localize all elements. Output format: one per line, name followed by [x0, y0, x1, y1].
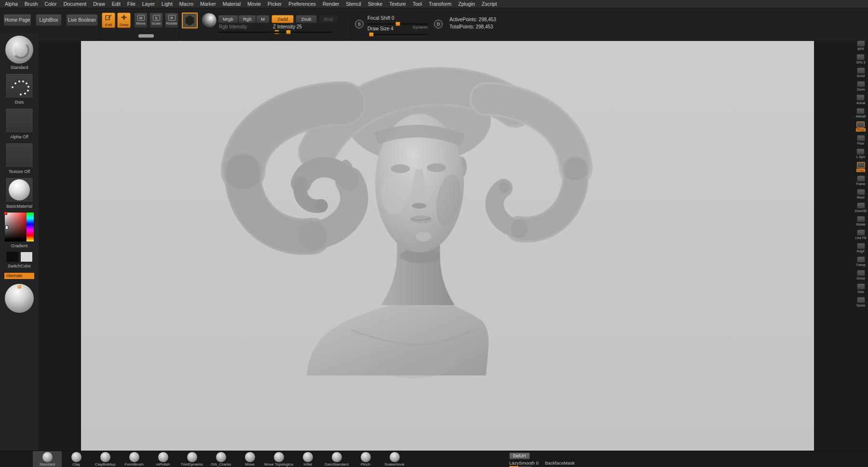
rgb-intensity-slider[interactable] [218, 30, 280, 34]
quick-brush-button[interactable]: TrimDynamic [177, 451, 206, 467]
draw-button[interactable]: Draw [117, 13, 131, 28]
quick-brush-button[interactable]: FormBrush [120, 451, 149, 467]
shelf-button[interactable]: Xpose [856, 297, 865, 307]
menu-item[interactable]: Brush [25, 1, 38, 7]
zsub-button[interactable]: Zsub [296, 15, 317, 23]
menu-item[interactable]: Zscript [482, 1, 497, 7]
current-brush-thumbnail[interactable] [5, 36, 33, 64]
brush-alpha-icon [185, 15, 195, 26]
menu-item[interactable]: Stencil [346, 1, 361, 7]
quick-brush-button[interactable]: DamStandard [322, 451, 351, 467]
rotate-button[interactable]: R Rotate [165, 13, 178, 28]
menu-item[interactable]: Alpha [5, 1, 18, 7]
backface-mask-button[interactable]: BackfaceMask [545, 460, 575, 466]
menu-item[interactable]: Marker [200, 1, 216, 7]
shelf-button[interactable]: Rotate [856, 216, 865, 226]
quick-brush-button[interactable]: SnakeHook [380, 451, 409, 467]
menu-item[interactable]: Color [44, 1, 56, 7]
draw-size-slider[interactable] [367, 32, 428, 37]
menu-item[interactable]: Movie [247, 1, 261, 7]
shelf-button[interactable]: Frame [856, 175, 866, 186]
quick-brush-button[interactable]: ClayBuildup [91, 451, 120, 467]
shelf-button[interactable]: Ghost [856, 270, 865, 280]
deluh-button[interactable]: DelUH [509, 453, 530, 459]
edit-button[interactable]: Edit [102, 13, 115, 28]
shelf-button[interactable]: Scroll [857, 67, 865, 78]
secondary-color-swatch[interactable] [20, 252, 33, 262]
menu-item[interactable]: Tool [413, 1, 422, 7]
shelf-button[interactable]: PolyF [857, 243, 865, 253]
quick-brush-button[interactable]: Inflat [293, 451, 322, 467]
menu-item[interactable]: Preferences [288, 1, 316, 7]
quick-brush-button[interactable]: Orb_Cracks [206, 451, 235, 467]
z-intensity-slider[interactable] [271, 30, 333, 34]
shelf-button[interactable]: Transp [856, 256, 866, 267]
shelf-button[interactable]: Gxyz [856, 162, 866, 172]
menu-item[interactable]: Layer [142, 1, 155, 7]
alternate-button[interactable]: Alternate [4, 273, 34, 279]
quick-brush-button[interactable]: Move [235, 451, 264, 467]
main-color-swatch[interactable] [6, 252, 19, 262]
shelf-button[interactable]: Zoom [857, 81, 865, 91]
shelf-button[interactable]: Actual [856, 94, 865, 105]
current-brush-preview[interactable] [182, 13, 198, 28]
shelf-button[interactable]: BPR [857, 40, 865, 51]
live-boolean-button[interactable]: Live Boolean [66, 14, 98, 26]
scale-button[interactable]: S Scale [149, 13, 163, 28]
menu-item[interactable]: Stroke [368, 1, 382, 7]
menu-item[interactable]: Transform [429, 1, 451, 7]
color-preview-sphere[interactable] [5, 284, 34, 313]
menu-item[interactable]: File [127, 1, 136, 7]
home-page-button[interactable]: Home Page [3, 14, 31, 26]
quick-brush-button[interactable]: Standard [33, 451, 62, 467]
m-button[interactable]: M [256, 15, 270, 23]
menu-item[interactable]: Draw [93, 1, 105, 7]
sculpt-viewport[interactable] [81, 41, 814, 451]
menu-item[interactable]: Render [323, 1, 339, 7]
menu-item[interactable]: Zplugin [458, 1, 475, 7]
menu-item[interactable]: Macro [179, 1, 193, 7]
menu-item[interactable]: Picker [268, 1, 282, 7]
dynamic-label[interactable]: Dynamic [413, 25, 428, 29]
slider-handle[interactable] [286, 30, 291, 34]
zcut-button[interactable]: Zcut [319, 15, 338, 23]
menu-item[interactable]: Document [63, 1, 86, 7]
quick-brush-button[interactable]: Clay [62, 451, 91, 467]
mrgb-button[interactable]: Mrgb [218, 15, 238, 23]
lazysmooth-label[interactable]: LazySmooth 0 [509, 460, 539, 466]
color-picker-hue-strip[interactable] [27, 213, 34, 241]
shelf-button[interactable]: Solo [857, 283, 865, 294]
shelf-button[interactable]: Line Fill [855, 229, 866, 240]
shelf-button[interactable]: Zoom3D [855, 202, 867, 213]
shelf-button[interactable]: L.Sym [856, 148, 865, 159]
menu-item[interactable]: Material [223, 1, 241, 7]
material-thumbnail[interactable] [5, 177, 33, 202]
shelf-button[interactable]: Move [857, 189, 865, 199]
menu-item[interactable]: Light [162, 1, 173, 7]
tray-divider-handle[interactable] [138, 34, 154, 38]
zadd-button[interactable]: Zadd [271, 15, 294, 23]
shelf-button[interactable]: SPix 3 [856, 54, 866, 64]
stroke-type-thumbnail[interactable] [5, 73, 33, 98]
color-picker[interactable] [4, 212, 34, 242]
color-picker-cursor[interactable] [5, 226, 8, 229]
shelf-button[interactable]: Floor [857, 135, 865, 145]
slider-track [218, 31, 280, 33]
draw-size-brush-icon[interactable]: D [434, 20, 443, 28]
current-material-sphere-icon[interactable] [201, 13, 217, 28]
slider-handle[interactable] [369, 32, 374, 37]
slider-handle[interactable] [395, 22, 400, 26]
smooth-brush-icon[interactable]: S [355, 20, 364, 28]
quick-brush-button[interactable]: Pinch [351, 451, 380, 467]
rgb-button[interactable]: Rgb [238, 15, 256, 23]
move-button[interactable]: M Move [134, 13, 148, 28]
texture-thumbnail[interactable] [5, 143, 33, 168]
shelf-button[interactable]: AAHalf [856, 108, 866, 118]
quick-brush-button[interactable]: mPolish [149, 451, 177, 467]
alpha-thumbnail[interactable] [5, 108, 33, 133]
quick-brush-button[interactable]: Move Topologica [264, 451, 293, 467]
shelf-button[interactable]: Persp [856, 121, 866, 132]
menu-item[interactable]: Texture [389, 1, 406, 7]
lightbox-button[interactable]: LightBox [36, 14, 62, 26]
menu-item[interactable]: Edit [112, 1, 121, 7]
